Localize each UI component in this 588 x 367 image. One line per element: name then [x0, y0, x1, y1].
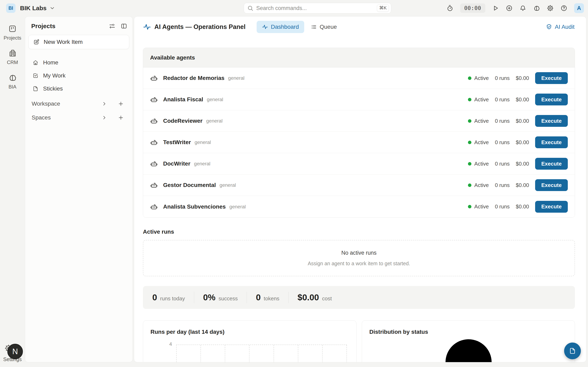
- agent-row: Redactor de Memorias general Active 0 ru…: [143, 67, 575, 89]
- play-icon[interactable]: [492, 5, 499, 12]
- status-dot: [468, 119, 471, 123]
- sidebar-item-stickies[interactable]: Stickies: [25, 82, 132, 95]
- sidebar-item-label: Stickies: [43, 85, 63, 92]
- brain-icon: [8, 73, 17, 82]
- grid-cell: [201, 345, 225, 362]
- agent-tag: general: [194, 161, 210, 167]
- rail-item-bia[interactable]: BIA: [0, 73, 25, 90]
- agent-tag: general: [195, 140, 211, 145]
- document-icon: [569, 347, 576, 355]
- agent-status: Active: [474, 75, 489, 81]
- robot-icon: [150, 74, 158, 82]
- activity-icon: [143, 23, 151, 31]
- divider: [247, 292, 247, 303]
- agent-row: Analista Fiscal general Active 0 runs $0…: [143, 89, 575, 110]
- stat-label: tokens: [264, 295, 279, 302]
- shield-check-icon: [546, 24, 552, 30]
- agent-tag: general: [206, 118, 223, 124]
- new-document-fab[interactable]: [564, 342, 581, 359]
- execute-button[interactable]: Execute: [535, 72, 568, 84]
- bell-icon[interactable]: [519, 5, 526, 12]
- execute-button[interactable]: Execute: [535, 158, 568, 170]
- execute-button[interactable]: Execute: [535, 115, 568, 127]
- execute-button[interactable]: Execute: [535, 94, 568, 105]
- status-dot: [468, 141, 471, 144]
- execute-button[interactable]: Execute: [535, 136, 568, 148]
- brand-name[interactable]: BIK Labs: [20, 5, 47, 12]
- ai-audit-link[interactable]: AI Audit: [546, 24, 575, 30]
- user-avatar[interactable]: A: [574, 3, 584, 13]
- chevron-right-icon[interactable]: [102, 101, 107, 107]
- agent-cost: $0.00: [516, 161, 529, 167]
- search-input[interactable]: [256, 5, 377, 11]
- execute-button[interactable]: Execute: [535, 201, 568, 213]
- rail-item-crm[interactable]: CRM: [0, 49, 25, 65]
- chart-title: Runs per day (last 14 days): [150, 329, 225, 335]
- stat-value: 0: [256, 292, 260, 302]
- edit-icon: [33, 39, 40, 45]
- new-work-item-label: New Work Item: [44, 39, 83, 45]
- rail-item-projects[interactable]: Projects: [0, 25, 25, 41]
- grid-cell: [274, 345, 298, 362]
- agent-name: Analista Fiscal: [163, 96, 203, 103]
- check-square-icon: [33, 73, 39, 79]
- sidebar-section-workspace: Workspace: [25, 99, 132, 109]
- brain-icon[interactable]: [533, 5, 540, 12]
- stat-value: $0.00: [297, 292, 319, 302]
- status-dot: [468, 98, 471, 101]
- kanban-icon: [8, 25, 17, 33]
- stat-tokens: 0 tokens: [256, 292, 288, 302]
- plus-icon[interactable]: [118, 115, 124, 121]
- timer-value: 00:00: [460, 3, 485, 13]
- main-header: AI Agents — Operations Panel Dashboard Q…: [143, 20, 575, 34]
- execute-button[interactable]: Execute: [535, 179, 568, 191]
- active-runs-empty-state: No active runs Assign an agent to a work…: [143, 240, 575, 276]
- agent-cost: $0.00: [516, 139, 529, 146]
- robot-icon: [150, 203, 158, 211]
- grid-cell: [298, 345, 323, 362]
- settings-avatar[interactable]: N: [7, 344, 23, 359]
- agent-name: DocWriter: [163, 160, 190, 167]
- chevron-down-icon[interactable]: [49, 5, 55, 11]
- plus-icon[interactable]: [118, 101, 124, 107]
- status-dot: [468, 205, 471, 208]
- rail-label: BIA: [9, 84, 17, 90]
- agent-status: Active: [474, 203, 489, 210]
- sliders-icon[interactable]: [109, 23, 115, 29]
- sidebar-item-my-work[interactable]: My Work: [25, 69, 132, 82]
- ai-audit-label: AI Audit: [555, 24, 575, 30]
- chart-title: Distribution by status: [369, 329, 428, 335]
- tab-queue[interactable]: Queue: [309, 24, 338, 30]
- columns-icon[interactable]: [121, 23, 127, 29]
- robot-icon: [150, 96, 158, 103]
- stopwatch-icon[interactable]: [447, 5, 453, 12]
- agent-status: Active: [474, 118, 489, 124]
- divider: [194, 292, 194, 303]
- tab-dashboard[interactable]: Dashboard: [257, 21, 304, 33]
- agent-status: Active: [474, 182, 489, 188]
- chevron-right-icon[interactable]: [102, 115, 107, 120]
- agent-name: TestWriter: [163, 139, 191, 146]
- robot-icon: [150, 160, 158, 167]
- activity-icon: [262, 24, 268, 30]
- sidebar-nav: Home My Work Stickies: [25, 56, 132, 95]
- new-work-item-button[interactable]: New Work Item: [28, 35, 129, 49]
- empty-state-title: No active runs: [341, 250, 377, 256]
- agent-runs: 0 runs: [495, 139, 510, 146]
- help-icon[interactable]: [561, 5, 567, 12]
- agent-tag: general: [207, 97, 223, 102]
- main-tabs: Dashboard Queue: [257, 21, 338, 33]
- sidebar-item-home[interactable]: Home: [25, 56, 132, 69]
- stat-value: 0%: [203, 292, 216, 302]
- agent-row: Gestor Documental general Active 0 runs …: [143, 175, 575, 196]
- agent-tag: general: [229, 204, 246, 210]
- gear-icon[interactable]: [547, 5, 554, 12]
- grid-cell: [250, 345, 274, 362]
- stat-value: 0: [152, 292, 157, 302]
- agent-runs: 0 runs: [495, 161, 510, 167]
- stat-label: runs today: [160, 295, 185, 302]
- plus-circle-icon[interactable]: [506, 5, 513, 12]
- search-bar[interactable]: ⌘K: [244, 3, 391, 13]
- sidebar-title: Projects: [31, 23, 55, 30]
- brand-badge[interactable]: BI: [6, 3, 16, 13]
